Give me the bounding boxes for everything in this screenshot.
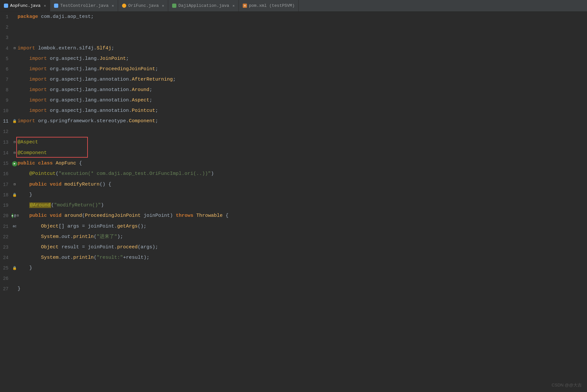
tab-pom[interactable]: m pom.xml (testPSVM) xyxy=(239,0,299,11)
line-1: 1 package com.daji.aop_test; xyxy=(0,12,587,22)
line-15: 15 ▶ public class AopFunc { xyxy=(0,158,587,169)
line-content-15: public class AopFunc { xyxy=(18,158,587,169)
line-content-25: } xyxy=(18,263,587,273)
line-num-4: 4 xyxy=(0,43,12,54)
line-7: 7 import org.aspectj.lang.annotation.Aft… xyxy=(0,74,587,85)
line-4: 4 ⊟ import lombok.extern.slf4j.Slf4j; xyxy=(0,43,587,54)
line-num-1: 1 xyxy=(0,12,12,22)
line-5: 5 import org.aspectj.lang.JoinPoint; xyxy=(0,54,587,64)
line-content-27: } xyxy=(18,284,587,294)
fold-icon-13[interactable]: ⊟ xyxy=(14,140,16,144)
tab-daji[interactable]: DajiApplication.java ✕ xyxy=(168,0,239,11)
tab-close-orifunc[interactable]: ✕ xyxy=(162,4,164,8)
tab-icon-aopfunc xyxy=(4,4,8,8)
line-num-23: 23 xyxy=(0,242,12,253)
lock-icon-25: 🔒 xyxy=(12,266,17,270)
line-num-18: 18 xyxy=(0,190,12,200)
line-content-7: import org.aspectj.lang.annotation.After… xyxy=(18,74,587,85)
line-content-24: System.out.println("result:"+result); xyxy=(18,253,587,263)
redbox-container: 13 ⊟ @Aspect 14 ⊟ @Component xyxy=(0,137,587,158)
line-num-7: 7 xyxy=(0,74,12,85)
line-12: 12 xyxy=(0,126,587,137)
line-23: 23 Object result = joinPoint.proceed(arg… xyxy=(0,242,587,253)
tab-label-testcontroller: TestController.java xyxy=(60,3,108,8)
watermark: CSDN @@大吉 xyxy=(552,382,582,388)
lock-icon-18: 🔒 xyxy=(12,193,17,197)
tab-icon-testcontroller xyxy=(54,4,58,8)
line-num-8: 8 xyxy=(0,85,12,95)
line-6: 6 import org.aspectj.lang.ProceedingJoin… xyxy=(0,64,587,74)
line-num-15: 15 xyxy=(0,158,12,169)
line-25: 25 🔒 } xyxy=(0,263,587,273)
line-26: 26 xyxy=(0,273,587,284)
tab-icon-pom: m xyxy=(243,4,247,8)
line-content-20: public void around(ProceedingJoinPoint j… xyxy=(18,211,587,221)
line-num-3: 3 xyxy=(0,33,12,43)
line-11: 11 🔒 import org.springframework.stereoty… xyxy=(0,116,587,126)
gutter-ac-badge: ac xyxy=(13,225,17,228)
line-10: 10 import org.aspectj.lang.annotation.Po… xyxy=(0,106,587,116)
line-content-13: @Aspect xyxy=(18,137,587,148)
line-content-18: } xyxy=(18,190,587,200)
line-27: 27 } xyxy=(0,284,587,294)
line-num-10: 10 xyxy=(0,106,12,116)
line-num-6: 6 xyxy=(0,64,12,74)
line-num-9: 9 xyxy=(0,95,12,106)
line-17: 17 ⊟ public void modifyReturn() { xyxy=(0,179,587,190)
fold-icon-4[interactable]: ⊟ xyxy=(14,46,16,50)
tab-orifunc[interactable]: OriFunc.java ✕ xyxy=(118,0,168,11)
line-22: 22 System.out.println("进来了"); xyxy=(0,232,587,242)
line-2: 2 xyxy=(0,22,587,33)
line-20: 20 ▶ @ ⊟ public void around(ProceedingJo… xyxy=(0,211,587,221)
line-content-22: System.out.println("进来了"); xyxy=(18,232,587,242)
code-area: 1 package com.daji.aop_test; 2 3 4 ⊟ imp… xyxy=(0,12,587,392)
line-content-17: public void modifyReturn() { xyxy=(18,179,587,190)
tab-close-daji[interactable]: ✕ xyxy=(232,4,235,8)
line-content-10: import org.aspectj.lang.annotation.Point… xyxy=(18,106,587,116)
line-num-22: 22 xyxy=(0,232,12,242)
tab-close-aopfunc[interactable]: ✕ xyxy=(44,4,46,8)
line-num-12: 12 xyxy=(0,126,12,137)
tab-aopfunc[interactable]: AopFunc.java ✕ xyxy=(0,0,50,11)
line-content-19: @Around("modifyReturn()") xyxy=(18,200,587,211)
tab-label-pom: pom.xml (testPSVM) xyxy=(249,3,294,8)
tab-close-testcontroller[interactable]: ✕ xyxy=(112,4,114,8)
editor-body: 1 package com.daji.aop_test; 2 3 4 ⊟ imp… xyxy=(0,12,587,392)
line-18: 18 🔒 } xyxy=(0,190,587,200)
line-14: 14 ⊟ @Component xyxy=(0,148,587,158)
line-num-26: 26 xyxy=(0,273,12,284)
gutter-green-icon-15: ▶ xyxy=(12,161,17,166)
line-num-11: 11 xyxy=(0,116,12,126)
line-9: 9 import org.aspectj.lang.annotation.Asp… xyxy=(0,95,587,106)
line-num-25: 25 xyxy=(0,263,12,273)
tab-icon-daji xyxy=(172,4,176,8)
editor-window: AopFunc.java ✕ TestController.java ✕ Ori… xyxy=(0,0,587,392)
line-content-16: @Pointcut("execution(* com.daji.aop_test… xyxy=(18,169,587,179)
line-21: 21 ac Object[] args = joinPoint.getArgs(… xyxy=(0,221,587,232)
fold-icon-14[interactable]: ⊟ xyxy=(14,151,16,155)
tab-label-daji: DajiApplication.java xyxy=(178,3,229,8)
fold-icon-17[interactable]: ⊟ xyxy=(14,183,16,186)
line-content-6: import org.aspectj.lang.ProceedingJoinPo… xyxy=(18,64,587,74)
line-num-20: 20 xyxy=(0,211,12,221)
line-content-9: import org.aspectj.lang.annotation.Aspec… xyxy=(18,95,587,106)
tab-bar: AopFunc.java ✕ TestController.java ✕ Ori… xyxy=(0,0,587,12)
line-num-24: 24 xyxy=(0,253,12,263)
line-num-16: 16 xyxy=(0,169,12,179)
tab-label-aopfunc: AopFunc.java xyxy=(10,3,41,8)
line-num-21: 21 xyxy=(0,221,12,232)
tab-testcontroller[interactable]: TestController.java ✕ xyxy=(50,0,118,11)
line-num-17: 17 xyxy=(0,179,12,190)
line-content-14: @Component xyxy=(18,148,587,158)
line-content-23: Object result = joinPoint.proceed(args); xyxy=(18,242,587,253)
tab-icon-orifunc xyxy=(122,4,126,8)
line-content-21: Object[] args = joinPoint.getArgs(); xyxy=(18,221,587,232)
line-13: 13 ⊟ @Aspect xyxy=(0,137,587,148)
line-content-5: import org.aspectj.lang.JoinPoint; xyxy=(18,54,587,64)
tab-label-orifunc: OriFunc.java xyxy=(128,3,159,8)
line-content-4: import lombok.extern.slf4j.Slf4j; xyxy=(18,43,587,54)
line-3: 3 xyxy=(0,33,587,43)
line-num-2: 2 xyxy=(0,22,12,33)
line-num-5: 5 xyxy=(0,54,12,64)
line-24: 24 System.out.println("result:"+result); xyxy=(0,253,587,263)
